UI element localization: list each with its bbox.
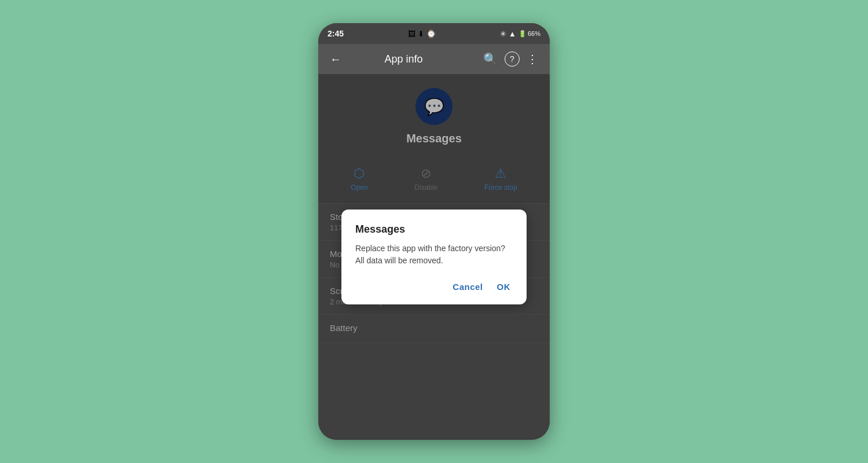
status-time: 2:45 xyxy=(328,29,344,38)
dialog-overlay: Messages Replace this app with the facto… xyxy=(318,74,550,440)
status-icons: ✳ ▲ 🔋66% xyxy=(500,30,540,38)
battery-percent: 66% xyxy=(528,30,540,37)
watch-notif-icon: ⌚ xyxy=(426,30,436,38)
more-button[interactable]: ⋮ xyxy=(524,50,540,68)
ok-button[interactable]: OK xyxy=(495,278,513,295)
status-bar: 2:45 🖼 ⬇ ⌚ ✳ ▲ 🔋66% xyxy=(318,23,550,44)
page-title: App info xyxy=(351,53,457,65)
dialog: Messages Replace this app with the facto… xyxy=(341,210,527,304)
help-button[interactable]: ? xyxy=(505,52,520,67)
cancel-button[interactable]: Cancel xyxy=(450,278,485,295)
dialog-message: Replace this app with the factory versio… xyxy=(355,242,513,267)
image-notif-icon: 🖼 xyxy=(408,30,415,38)
app-content: 💬 Messages ⬡ Open ⊘ Disable ⚠ Force stop… xyxy=(318,74,550,440)
back-button[interactable]: ← xyxy=(328,50,344,68)
wifi-icon: ▲ xyxy=(509,30,516,38)
dialog-actions: Cancel OK xyxy=(355,278,513,295)
dialog-title: Messages xyxy=(355,223,513,236)
search-button[interactable]: 🔍 xyxy=(481,50,500,68)
phone-frame: 2:45 🖼 ⬇ ⌚ ✳ ▲ 🔋66% ← App info 🔍 ? ⋮ 💬 xyxy=(318,23,550,440)
notification-icons: 🖼 ⬇ ⌚ xyxy=(408,30,436,38)
top-bar-actions: 🔍 ? ⋮ xyxy=(481,50,540,68)
bluetooth-icon: ✳ xyxy=(500,30,506,38)
battery-icon: 🔋66% xyxy=(518,30,540,38)
top-bar: ← App info 🔍 ? ⋮ xyxy=(318,44,550,74)
download-notif-icon: ⬇ xyxy=(418,30,424,38)
